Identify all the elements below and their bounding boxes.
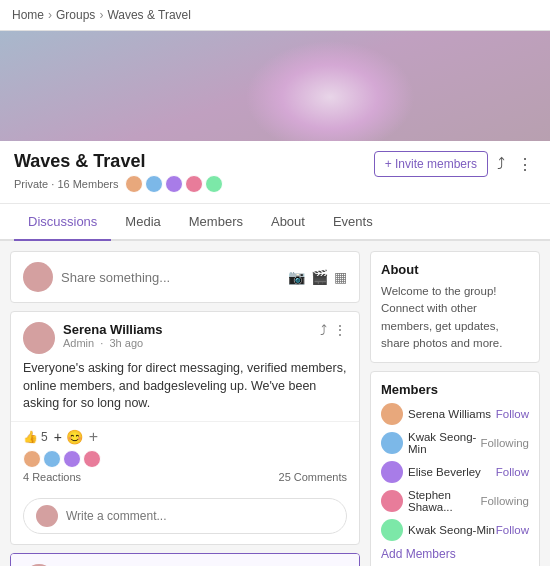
member-name-3: Stephen Shawa... [408, 489, 480, 513]
about-text: Welcome to the group! Connect with other… [381, 283, 529, 352]
share-box: 📷 🎬 ▦ [11, 252, 359, 302]
reactions-count: 4 Reactions [23, 471, 81, 483]
like-button[interactable]: 👍 5 [23, 430, 48, 444]
post-time: 3h ago [109, 337, 143, 349]
post-share-icon[interactable]: ⤴ [320, 322, 327, 338]
tab-events[interactable]: Events [319, 204, 387, 241]
share-action-icons: 📷 🎬 ▦ [288, 269, 347, 285]
share-box-card: 📷 🎬 ▦ [10, 251, 360, 303]
member-info-4: Kwak Seong-Min [381, 519, 495, 541]
reaction-meta: 4 Reactions 25 Comments [23, 468, 347, 486]
member-row-3: Stephen Shawa... Following [381, 489, 529, 513]
member-info-3: Stephen Shawa... [381, 489, 480, 513]
breadcrumb-groups[interactable]: Groups [56, 8, 95, 22]
attachment-icon[interactable]: ▦ [334, 269, 347, 285]
follow-button-0[interactable]: Follow [496, 408, 529, 420]
members-title: Members [381, 382, 529, 397]
member-avatar-1 [381, 432, 403, 454]
post-header: Serena Williams Admin · 3h ago ⤴ ⋮ [11, 312, 359, 360]
follow-button-4[interactable]: Follow [496, 524, 529, 536]
avatar-2 [145, 175, 163, 193]
breadcrumb-sep1: › [48, 8, 52, 22]
tab-bar: Discussions Media Members About Events [0, 204, 550, 241]
member-row-2: Elise Beverley Follow [381, 461, 529, 483]
add-members-link[interactable]: Add Members [381, 547, 529, 561]
post-author-sub: Admin · 3h ago [63, 337, 312, 349]
post-author-avatar [23, 322, 55, 354]
sidebar-column: About Welcome to the group! Connect with… [370, 251, 540, 566]
avatar-1 [125, 175, 143, 193]
about-title: About [381, 262, 529, 277]
member-info-1: Kwak Seong-Min [381, 431, 480, 455]
member-name-2: Elise Beverley [408, 466, 481, 478]
member-avatar-2 [381, 461, 403, 483]
group-info: Waves & Travel Private · 16 Members [14, 151, 223, 193]
member-info-0: Serena Williams [381, 403, 491, 425]
comment-input[interactable] [66, 509, 334, 523]
member-row-1: Kwak Seong-Min Following [381, 431, 529, 455]
tab-members[interactable]: Members [175, 204, 257, 241]
post-reactions: 👍 5 + 😊 + 4 Reactions 25 Comments [11, 421, 359, 492]
follow-button-1[interactable]: Following [480, 437, 529, 449]
camera-icon[interactable]: 📷 [288, 269, 305, 285]
event-post-header: Serena Williams added an event. Admin · … [11, 554, 359, 567]
hero-image [0, 31, 550, 141]
video-icon[interactable]: 🎬 [311, 269, 328, 285]
member-info-2: Elise Beverley [381, 461, 481, 483]
share-input[interactable] [61, 270, 280, 285]
member-name-4: Kwak Seong-Min [408, 524, 495, 536]
about-section: About Welcome to the group! Connect with… [370, 251, 540, 363]
reactor-avatar-1 [23, 450, 41, 468]
member-name-0: Serena Williams [408, 408, 491, 420]
member-row-4: Kwak Seong-Min Follow [381, 519, 529, 541]
group-title: Waves & Travel [14, 151, 223, 172]
breadcrumb-home[interactable]: Home [12, 8, 44, 22]
like-count: 5 [41, 430, 48, 444]
post-meta: Serena Williams Admin · 3h ago [63, 322, 312, 349]
reaction-row: 👍 5 + 😊 + [23, 428, 347, 446]
reaction-avatars [23, 450, 347, 468]
follow-button-3[interactable]: Following [480, 495, 529, 507]
main-layout: 📷 🎬 ▦ Serena Williams Admin · 3h ago [0, 241, 550, 566]
avatar-5 [205, 175, 223, 193]
comment-box [23, 498, 347, 534]
more-options-button[interactable]: ⋮ [514, 152, 536, 177]
tab-about[interactable]: About [257, 204, 319, 241]
breadcrumb-sep2: › [99, 8, 103, 22]
post-action-icons: ⤴ ⋮ [320, 322, 347, 338]
post-card: Serena Williams Admin · 3h ago ⤴ ⋮ Every… [10, 311, 360, 545]
member-avatar-0 [381, 403, 403, 425]
reactor-avatar-3 [63, 450, 81, 468]
post-more-icon[interactable]: ⋮ [333, 322, 347, 338]
group-privacy: Private · 16 Members [14, 178, 119, 190]
group-actions: + Invite members ⤴ ⋮ [374, 151, 536, 177]
event-post-card: Serena Williams added an event. Admin · … [10, 553, 360, 567]
post-author-name: Serena Williams [63, 322, 312, 337]
post-author-role: Admin [63, 337, 94, 349]
share-icon-button[interactable]: ⤴ [494, 152, 508, 176]
member-name-1: Kwak Seong-Min [408, 431, 480, 455]
comments-count: 25 Comments [279, 471, 347, 483]
tab-media[interactable]: Media [111, 204, 174, 241]
comment-user-avatar [36, 505, 58, 527]
invite-members-button[interactable]: + Invite members [374, 151, 488, 177]
member-avatars [125, 175, 223, 193]
avatar-4 [185, 175, 203, 193]
current-user-avatar [23, 262, 53, 292]
thumbs-up-icon: 👍 [23, 430, 38, 444]
member-avatar-4 [381, 519, 403, 541]
follow-button-2[interactable]: Follow [496, 466, 529, 478]
breadcrumb: Home › Groups › Waves & Travel [0, 0, 550, 31]
member-row-0: Serena Williams Follow [381, 403, 529, 425]
hero-background [0, 31, 550, 141]
feed-column: 📷 🎬 ▦ Serena Williams Admin · 3h ago [10, 251, 360, 566]
reactor-avatar-2 [43, 450, 61, 468]
post-body: Everyone's asking for direct messaging, … [11, 360, 359, 421]
group-header: Waves & Travel Private · 16 Members + In… [0, 141, 550, 204]
reactor-avatar-4 [83, 450, 101, 468]
avatar-3 [165, 175, 183, 193]
add-reaction-button[interactable]: + [89, 428, 98, 446]
members-section: Members Serena Williams Follow Kwak Seon… [370, 371, 540, 566]
tab-discussions[interactable]: Discussions [14, 204, 111, 241]
emoji-reaction-button[interactable]: + 😊 [54, 429, 83, 445]
